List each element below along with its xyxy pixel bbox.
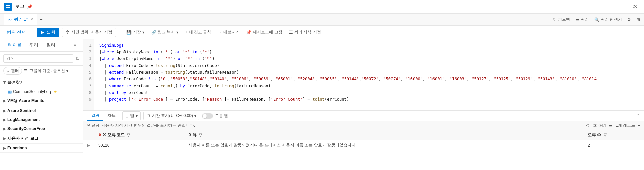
editor-panel: 12345 6789 SigninLogs |where AppDisplayN… xyxy=(83,39,644,170)
pin-to-dashboard-button[interactable]: 📌 대시보드에 고정 xyxy=(244,28,284,37)
run-button[interactable]: ▶ 실행 xyxy=(37,28,59,37)
section-custom-logs: ▶ 사용자 지정 로그 xyxy=(0,133,83,144)
link-dropdown-icon: ▾ xyxy=(176,30,178,35)
results-collapse-button[interactable]: ⌃ xyxy=(636,113,640,118)
title-bar-left: 로그 📌 xyxy=(4,3,32,11)
run-icon: ▶ xyxy=(41,30,44,35)
chevron-right-icon: ▶ xyxy=(3,109,6,113)
layout-button[interactable]: ⊞ xyxy=(637,17,640,22)
time-display-button[interactable]: ⏱ 시간 표시(UTC+00:00) ▾ xyxy=(143,112,199,120)
new-alert-button[interactable]: + 새 경고 규칙 xyxy=(183,28,213,37)
query-explorer-button[interactable]: 🔍 쿼리 탐색기 xyxy=(594,17,622,22)
section-functions: ▶ Functions xyxy=(0,144,83,153)
tab-add-button[interactable]: + xyxy=(37,17,45,23)
tab-close-icon[interactable]: ✕ xyxy=(30,17,33,21)
filter-icon[interactable]: ▽ xyxy=(199,133,202,137)
section-vm-azure-label: VM용 Azure Monitor xyxy=(7,98,46,104)
tab-query-1[interactable]: 새 쿼리 1* ✕ xyxy=(4,14,37,25)
filter-chip[interactable]: ▽ 필터 xyxy=(3,67,22,75)
section-favorites-header[interactable]: ▶ 즐겨찾기 xyxy=(0,78,83,88)
section-vm-azure-header[interactable]: ▶ VM용 Azure Monitor xyxy=(0,96,83,106)
layout-icon: ⊞ xyxy=(637,17,640,22)
search-input[interactable] xyxy=(3,54,73,63)
separator-1 xyxy=(33,29,33,36)
code-content[interactable]: SigninLogs |where AppDisplayName in ('*'… xyxy=(95,39,644,105)
sidebar-tab-filter[interactable]: 필터 xyxy=(42,39,59,51)
toggle-label: 그룹 열 xyxy=(215,113,228,119)
filter-icon[interactable]: ▽ xyxy=(604,133,606,137)
filter-icon: ▽ xyxy=(6,69,9,73)
feedback-button[interactable]: ♡ 피드백 xyxy=(553,17,570,22)
expand-cell[interactable]: ▶ xyxy=(83,140,94,150)
error-count-column-header: 오류 수 ▽ xyxy=(584,130,644,140)
time-dropdown-icon: ▾ xyxy=(194,114,196,118)
error-code-column-header: ✕ ✕ 오류 코드 ▽ xyxy=(94,130,184,140)
tree-item-commonsecuritylog[interactable]: ▦ CommonSecurityLog ★ xyxy=(0,88,83,96)
tab-label: 새 쿼리 1* xyxy=(8,16,28,22)
clock-icon: ⏱ xyxy=(66,30,70,35)
time-range-label: 시간 범위: 사용자 지정 xyxy=(71,29,112,35)
chevron-down-icon: ▶ xyxy=(3,81,7,84)
close-button[interactable]: ✕ xyxy=(630,2,640,11)
table-icon: ▦ xyxy=(8,90,12,94)
run-label: 실행 xyxy=(46,29,55,35)
format-label: 쿼리 서식 지정 xyxy=(294,29,321,35)
table-row: ▶ 50126 사용자 이름 또는 암호가 잘못되었거나 온-프레미스 사용자 … xyxy=(83,140,644,150)
sidebar: 테이블 쿼리 필터 « ⇅ ▽ 필터 ☰ 그룹화 기준: 솔루션 ▾ xyxy=(0,39,83,170)
group-columns-toggle[interactable]: 그룹 열 xyxy=(202,113,228,119)
link-copy-label: 링크 복사 xyxy=(158,29,175,35)
scope-select-button[interactable]: 범위 선택 xyxy=(4,28,28,37)
section-azure-sentinel: ▶ Azure Sentinel xyxy=(0,106,83,115)
separator-2 xyxy=(120,29,120,36)
result-tab-results[interactable]: 결과 xyxy=(87,111,103,121)
pin-icon[interactable]: 📌 xyxy=(27,4,32,9)
sidebar-tab-bar: 테이블 쿼리 필터 « xyxy=(0,39,83,52)
section-azure-sentinel-label: Azure Sentinel xyxy=(7,108,36,113)
save-button[interactable]: 💾 저장 ▾ xyxy=(124,28,146,37)
export-button[interactable]: → 내보내기 xyxy=(216,28,241,37)
clock-icon: ⏱ xyxy=(146,114,150,118)
link-copy-button[interactable]: 🔗 링크 복사 ▾ xyxy=(149,28,180,37)
result-tab-chart[interactable]: 차트 xyxy=(103,111,120,121)
status-right: ⏱ 00:04.1 ☰ 1개 레코드 ▾ xyxy=(586,123,640,128)
section-logmanagement: ▶ LogManagement xyxy=(0,115,83,124)
section-security-center-label: SecurityCenterFree xyxy=(7,126,45,131)
time-range-button[interactable]: ⏱ 시간 범위: 사용자 지정 xyxy=(62,28,116,37)
section-security-center-header[interactable]: ▶ SecurityCenterFree xyxy=(0,124,83,133)
group-chip[interactable]: ☰ 그룹화 기준: 솔루션 ▾ xyxy=(24,68,68,74)
section-logmanagement-header[interactable]: ▶ LogManagement xyxy=(0,115,83,124)
status-text: 완료됨. 사용자 지정 시간 범위의 결과를 표시하는 중입니다. xyxy=(87,123,195,128)
results-panel: 결과 차트 ⊞ 열 ▾ ⏱ 시간 표시(UTC+00:00) ▾ xyxy=(83,110,644,170)
section-functions-header[interactable]: ▶ Functions xyxy=(0,144,83,152)
pin-label: 대시보드에 고정 xyxy=(253,29,282,35)
records-icon: ☰ xyxy=(609,123,613,128)
sidebar-tab-tables[interactable]: 테이블 xyxy=(4,39,25,51)
settings-button[interactable]: ⚙ xyxy=(627,17,631,22)
sort-icon[interactable]: ⇅ xyxy=(75,56,79,61)
filter-icon[interactable]: ▽ xyxy=(127,133,130,137)
sidebar-tab-queries[interactable]: 쿼리 xyxy=(25,39,42,51)
section-functions-label: Functions xyxy=(7,146,27,150)
columns-button[interactable]: ⊞ 열 ▾ xyxy=(122,111,141,120)
record-dropdown-icon: ▾ xyxy=(638,123,640,128)
save-dropdown-icon: ▾ xyxy=(142,30,144,35)
format-icon: ☰ xyxy=(289,30,293,35)
table-header-row: ✕ ✕ 오류 코드 ▽ 이유 ▽ 오류 수 ▽ xyxy=(83,130,644,140)
query-explorer-label: 쿼리 탐색기 xyxy=(601,17,622,22)
save-icon: 💾 xyxy=(126,30,132,35)
export-label: → 내보내기 xyxy=(218,29,239,35)
code-editor[interactable]: 12345 6789 SigninLogs |where AppDisplayN… xyxy=(83,39,644,110)
section-security-center: ▶ SecurityCenterFree xyxy=(0,124,83,133)
toggle-track[interactable] xyxy=(202,113,213,119)
results-tab-bar: 결과 차트 ⊞ 열 ▾ ⏱ 시간 표시(UTC+00:00) ▾ xyxy=(83,111,644,121)
sidebar-collapse-button[interactable]: « xyxy=(71,39,79,51)
reason-column-header: 이유 ▽ xyxy=(184,130,584,140)
sidebar-tree: ▶ 즐겨찾기 ▦ CommonSecurityLog ★ ▶ VM용 Azure… xyxy=(0,76,83,170)
section-azure-sentinel-header[interactable]: ▶ Azure Sentinel xyxy=(0,106,83,115)
format-query-button[interactable]: ☰ 쿼리 서식 지정 xyxy=(287,28,323,37)
query-label: 쿼리 xyxy=(581,17,589,22)
section-custom-logs-header[interactable]: ▶ 사용자 지정 로그 xyxy=(0,133,83,143)
gear-icon: ⚙ xyxy=(627,17,631,22)
query-button[interactable]: ☰ 쿼리 xyxy=(576,17,589,22)
error-icon: ✕ xyxy=(98,132,102,137)
